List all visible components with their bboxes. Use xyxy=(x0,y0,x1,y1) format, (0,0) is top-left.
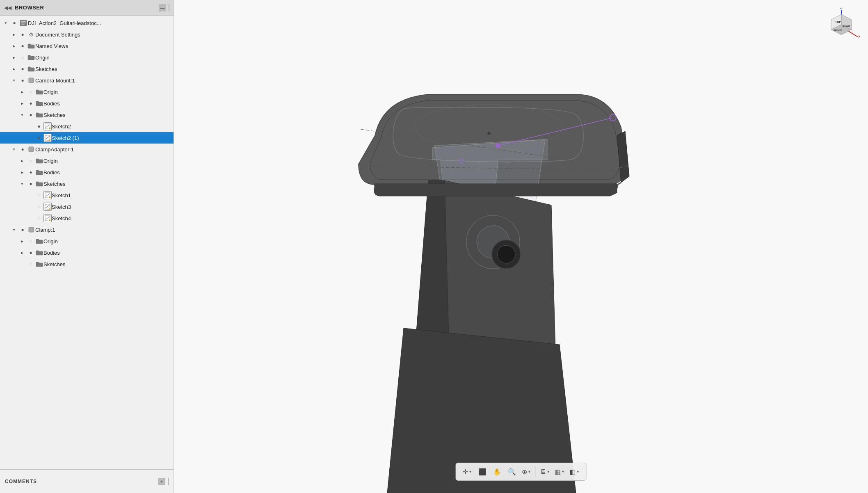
svg-text:🔒: 🔒 xyxy=(48,219,51,221)
tree-item-sketch4[interactable]: ○🔒Sketch4 xyxy=(0,212,174,224)
eye-icon-cl-bodies[interactable]: ● xyxy=(26,249,35,257)
expand-btn-ca-sketches[interactable] xyxy=(18,180,26,188)
eye-icon-root[interactable]: ● xyxy=(10,19,19,27)
label-sketch2: Sketch2 xyxy=(52,123,71,130)
tree-item-clamp[interactable]: ●Clamp:1 xyxy=(0,224,174,235)
eye-icon-clamp-adapter[interactable]: ● xyxy=(18,145,27,153)
svg-text:RIGHT: RIGHT xyxy=(843,25,850,27)
browser-header-controls: — xyxy=(159,4,169,11)
tree-item-clamp-adapter[interactable]: ●ClampAdapter:1 xyxy=(0,144,174,155)
tree-item-cl-sketches[interactable]: ○Sketches xyxy=(0,258,174,270)
folder-icon-cm-bodies xyxy=(35,99,43,107)
tree-item-ca-bodies[interactable]: ●Bodies xyxy=(0,167,174,178)
body-icon-clamp-adapter xyxy=(27,145,35,153)
svg-text:TOP: TOP xyxy=(835,21,841,23)
pan-button[interactable]: ✋ xyxy=(491,465,504,478)
view-icon: ◧ xyxy=(569,468,576,476)
minimize-button[interactable]: — xyxy=(159,4,166,11)
fit-icon: ⊕ xyxy=(522,468,527,476)
tree-item-sketch2[interactable]: ●🔒Sketch2 xyxy=(0,121,174,132)
expand-btn-sketches-top[interactable] xyxy=(10,65,18,73)
expand-btn-camera-mount[interactable] xyxy=(10,76,18,84)
expand-btn-clamp-adapter[interactable] xyxy=(10,145,18,153)
expand-btn-origin-1[interactable] xyxy=(10,53,18,62)
label-doc-settings: Document Settings xyxy=(35,32,80,38)
expand-btn-doc-settings[interactable] xyxy=(10,30,18,39)
expand-btn-clamp[interactable] xyxy=(10,226,18,234)
tree-item-sketch1[interactable]: ○🔒Sketch1 xyxy=(0,189,174,201)
eye-icon-origin-1[interactable]: ○ xyxy=(18,53,27,62)
svg-point-34 xyxy=(497,245,515,263)
label-sketches-top: Sketches xyxy=(35,66,57,72)
comments-section: COMMENTS + xyxy=(0,469,174,493)
eye-icon-sketch2-1[interactable]: ● xyxy=(34,134,43,142)
label-sketch4: Sketch4 xyxy=(52,215,71,221)
tree-item-root[interactable]: ●DJI_Action2_GuitarHeadstoc... xyxy=(0,17,174,29)
eye-icon-cl-sketches[interactable]: ○ xyxy=(26,260,35,268)
label-sketch2-1: Sketch2 (1) xyxy=(52,135,79,141)
expand-btn-cm-origin[interactable] xyxy=(18,88,26,96)
tree-item-cm-origin[interactable]: ○Origin xyxy=(0,86,174,98)
view-button[interactable]: ◧ ▼ xyxy=(568,465,581,478)
folder-icon-cl-bodies xyxy=(35,249,43,257)
tree-item-cl-origin[interactable]: ○Origin xyxy=(0,235,174,247)
eye-icon-sketch1[interactable]: ○ xyxy=(34,191,43,199)
eye-icon-cm-bodies[interactable]: ● xyxy=(26,99,35,107)
main-viewport[interactable]: Z X TOP RIGHT FRONT ✛ ▼ ⬛ ✋ xyxy=(174,0,868,493)
eye-icon-cm-origin[interactable]: ○ xyxy=(26,88,35,96)
expand-btn-ca-bodies[interactable] xyxy=(18,168,26,176)
fit-button[interactable]: ⊕ ▼ xyxy=(520,465,533,478)
tree-item-sketches-top[interactable]: ●Sketches xyxy=(0,63,174,75)
expand-btn-named-views[interactable] xyxy=(10,42,18,50)
browser-tree: ●DJI_Action2_GuitarHeadstoc...●⚙Document… xyxy=(0,16,174,469)
tree-item-cm-sketches[interactable]: ●Sketches xyxy=(0,109,174,121)
eye-icon-ca-origin[interactable]: ○ xyxy=(26,157,35,165)
tree-item-cl-bodies[interactable]: ●Bodies xyxy=(0,247,174,258)
svg-text:FRONT: FRONT xyxy=(834,29,842,32)
expand-btn-cm-sketches[interactable] xyxy=(18,111,26,119)
expand-btn-root[interactable] xyxy=(2,19,10,27)
tree-item-named-views[interactable]: ●Named Views xyxy=(0,40,174,52)
eye-icon-doc-settings[interactable]: ● xyxy=(18,30,27,39)
look-at-button[interactable]: ⬛ xyxy=(476,465,489,478)
grid-icon: ▦ xyxy=(555,468,561,476)
expand-btn-cl-origin[interactable] xyxy=(18,237,26,245)
folder-icon-ca-sketches xyxy=(35,180,43,188)
tree-item-ca-sketches[interactable]: ●Sketches xyxy=(0,178,174,189)
tree-item-sketch2-1[interactable]: ●🔒Sketch2 (1) xyxy=(0,132,174,144)
eye-icon-clamp[interactable]: ● xyxy=(18,226,27,234)
tree-item-doc-settings[interactable]: ●⚙Document Settings xyxy=(0,29,174,40)
back-icon[interactable]: ◀◀ xyxy=(4,5,11,11)
tree-item-sketch3[interactable]: ○🔒Sketch3 xyxy=(0,201,174,212)
add-comment-button[interactable]: + xyxy=(158,478,165,485)
body-icon-clamp xyxy=(27,226,35,234)
pan-orbit-button[interactable]: ✛ ▼ xyxy=(461,465,474,478)
label-sketch1: Sketch1 xyxy=(52,192,71,199)
eye-icon-cl-origin[interactable]: ○ xyxy=(26,237,35,245)
eye-icon-ca-bodies[interactable]: ● xyxy=(26,168,35,176)
svg-rect-4 xyxy=(29,78,34,83)
display-button[interactable]: 🖥 ▼ xyxy=(539,465,552,478)
model-view xyxy=(174,0,868,493)
sketch-icon-sketch3: 🔒 xyxy=(43,203,52,211)
navigation-cube[interactable]: Z X TOP RIGHT FRONT xyxy=(823,8,860,45)
eye-icon-ca-sketches[interactable]: ● xyxy=(26,180,35,188)
sketch-icon-sketch2-1: 🔒 xyxy=(43,134,52,142)
tree-item-camera-mount[interactable]: ●Camera Mount:1 xyxy=(0,75,174,86)
eye-icon-cm-sketches[interactable]: ● xyxy=(26,111,35,119)
eye-icon-sketch2[interactable]: ● xyxy=(34,122,43,130)
eye-icon-sketches-top[interactable]: ● xyxy=(18,65,27,73)
eye-icon-named-views[interactable]: ● xyxy=(18,42,27,50)
eye-icon-sketch3[interactable]: ○ xyxy=(34,203,43,211)
bottom-toolbar: ✛ ▼ ⬛ ✋ 🔍 ⊕ ▼ 🖥 ▼ ▦ ▼ xyxy=(456,463,587,481)
zoom-button[interactable]: 🔍 xyxy=(505,465,519,478)
expand-btn-cm-bodies[interactable] xyxy=(18,99,26,107)
tree-item-origin-1[interactable]: ○Origin xyxy=(0,52,174,63)
grid-button[interactable]: ▦ ▼ xyxy=(553,465,566,478)
eye-icon-sketch4[interactable]: ○ xyxy=(34,214,43,222)
tree-item-cm-bodies[interactable]: ●Bodies xyxy=(0,98,174,109)
eye-icon-camera-mount[interactable]: ● xyxy=(18,76,27,84)
expand-btn-cl-bodies[interactable] xyxy=(18,249,26,257)
expand-btn-ca-origin[interactable] xyxy=(18,157,26,165)
tree-item-ca-origin[interactable]: ○Origin xyxy=(0,155,174,167)
